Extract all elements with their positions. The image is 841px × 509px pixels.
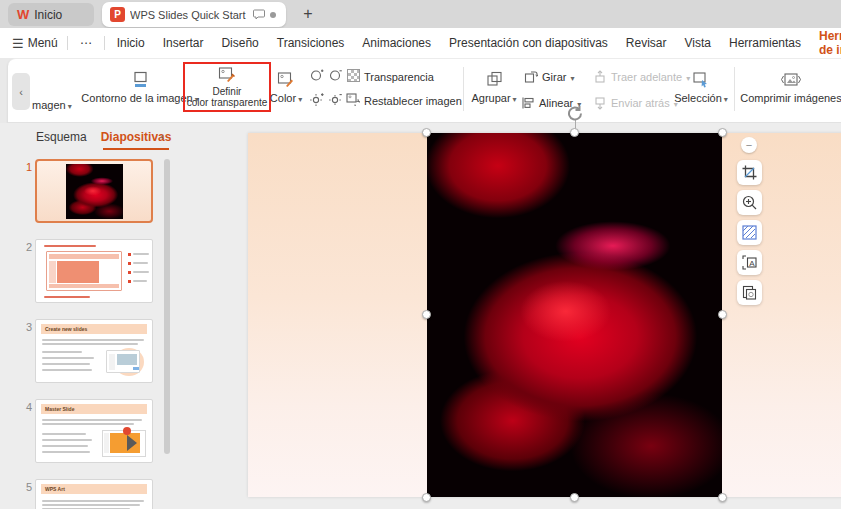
slide-number: 2 xyxy=(18,241,32,253)
menu-item-diseno[interactable]: Diseño xyxy=(212,36,267,50)
chevron-down-icon xyxy=(298,92,302,104)
seleccion-dropdown[interactable]: Selección xyxy=(670,59,732,104)
resize-handle-s[interactable] xyxy=(570,493,579,502)
slide-thumbnail-1[interactable] xyxy=(35,159,153,223)
menu-item-animaciones[interactable]: Animaciones xyxy=(353,36,440,50)
toolbar-minimize-button[interactable]: − xyxy=(741,137,757,153)
image-tools-ribbon: ‹ magen Contorno de la imagen Definir co… xyxy=(8,58,841,123)
group-objects-icon xyxy=(486,66,503,88)
slide-5-title: WPS Art xyxy=(45,486,65,492)
slide-3-title: Create new slides xyxy=(45,326,87,332)
resize-handle-n[interactable] xyxy=(570,128,579,137)
rose-image-thumb xyxy=(66,164,123,219)
menu-item-herramientas[interactable]: Herramientas xyxy=(720,36,810,50)
transparency-checker-icon[interactable] xyxy=(346,68,360,82)
slide-thumbnail-5[interactable]: WPS Art xyxy=(35,479,153,509)
slide-number: 1 xyxy=(18,161,32,173)
chevron-down-icon xyxy=(724,92,728,104)
menu-divider xyxy=(67,36,68,50)
slide-thumbnail-3[interactable]: Create new slides xyxy=(35,319,153,383)
menu-more-button[interactable]: ⋯ xyxy=(71,36,101,50)
color-dropdown[interactable]: Color xyxy=(260,59,312,104)
panel-collapse-button[interactable]: ‹ xyxy=(160,130,164,142)
chevron-down-icon xyxy=(570,71,574,83)
crop-button[interactable] xyxy=(737,160,762,185)
menu-item-inicio[interactable]: Inicio xyxy=(108,36,154,50)
picture-color-icon xyxy=(277,66,295,88)
reset-picture-icon[interactable] xyxy=(346,92,360,106)
brightness-decrease-button[interactable] xyxy=(328,92,342,106)
resize-handle-se[interactable] xyxy=(718,493,727,502)
rose-image[interactable] xyxy=(427,133,722,497)
ribbon-divider xyxy=(463,67,464,111)
copy-button[interactable] xyxy=(737,280,762,305)
panel-scrollbar[interactable] xyxy=(164,159,170,454)
wps-logo-icon: W xyxy=(17,7,28,22)
compress-images-icon xyxy=(781,66,801,88)
rotate-icon xyxy=(524,70,538,84)
zoom-in-button[interactable] xyxy=(737,190,762,215)
menu-divider xyxy=(104,36,105,50)
menu-item-vista[interactable]: Vista xyxy=(676,36,720,50)
window-tab-bar: W Inicio P WPS Slides Quick Start Guide.… xyxy=(0,0,841,28)
menu-bar: ☰ Menú ⋯ Inicio Insertar Diseño Transici… xyxy=(0,28,841,58)
chevron-down-icon xyxy=(513,92,517,104)
transparency-button[interactable] xyxy=(737,220,762,245)
girar-dropdown[interactable]: Girar xyxy=(524,70,574,84)
contrast-decrease-button[interactable] xyxy=(328,68,342,82)
unsaved-indicator-dot xyxy=(270,12,276,18)
enviar-atras-dropdown-disabled: Enviar atrás xyxy=(593,96,678,110)
slide-number: 4 xyxy=(18,401,32,413)
picture-outline-icon xyxy=(132,66,149,88)
slide-4-title: Master Slide xyxy=(45,406,74,412)
contorno-imagen-button[interactable]: Contorno de la imagen xyxy=(80,59,200,104)
presentation-file-icon: P xyxy=(110,7,125,22)
transparencia-button[interactable]: Transparencia xyxy=(364,71,434,83)
ribbon-collapse-button[interactable]: ‹ xyxy=(12,73,30,110)
slide-thumbnail-4[interactable]: Master Slide xyxy=(35,399,153,463)
resize-handle-ne[interactable] xyxy=(718,128,727,137)
transparent-color-picker-icon xyxy=(218,66,236,84)
new-tab-button[interactable]: + xyxy=(298,4,318,24)
extract-text-button[interactable]: A xyxy=(737,250,762,275)
slide-thumbnail-2[interactable] xyxy=(35,239,153,303)
resize-handle-w[interactable] xyxy=(422,310,431,319)
slide-number: 5 xyxy=(18,481,32,493)
menu-item-revisar[interactable]: Revisar xyxy=(617,36,676,50)
picture-quick-toolbar: − A xyxy=(735,137,763,305)
wps-slides-window: W Inicio P WPS Slides Quick Start Guide.… xyxy=(0,0,841,509)
imagen-dropdown[interactable]: magen xyxy=(32,99,72,111)
comprimir-imagenes-button[interactable]: Comprimir imágenes xyxy=(742,59,840,104)
restablecer-imagen-button[interactable]: Restablecer imagen xyxy=(364,95,462,107)
slide-canvas: − A xyxy=(178,123,841,509)
hamburger-icon: ☰ xyxy=(12,36,24,51)
menu-item-presentacion[interactable]: Presentación con diapositivas xyxy=(440,36,617,50)
contrast-increase-button[interactable] xyxy=(310,68,324,82)
menu-item-herramientas-de-imagen[interactable]: Herramientas de imagen xyxy=(810,29,841,57)
home-tab-label: Inicio xyxy=(34,8,62,22)
selection-icon xyxy=(692,66,710,88)
menu-item-transiciones[interactable]: Transiciones xyxy=(268,36,354,50)
comment-bubble-icon[interactable] xyxy=(253,9,265,20)
selected-picture-wrapper[interactable] xyxy=(427,133,722,497)
menu-button-label: Menú xyxy=(28,36,58,50)
agrupar-dropdown[interactable]: Agrupar xyxy=(466,59,522,104)
menu-item-insertar[interactable]: Insertar xyxy=(154,36,213,50)
document-tab[interactable]: P WPS Slides Quick Start Guide.p xyxy=(102,2,286,27)
bring-forward-icon xyxy=(593,70,607,84)
definir-color-transparente-button[interactable]: Definir color transparente xyxy=(183,62,271,112)
align-icon xyxy=(521,96,535,110)
rotate-handle[interactable] xyxy=(567,105,583,121)
brightness-increase-button[interactable] xyxy=(310,92,324,106)
resize-handle-sw[interactable] xyxy=(422,493,431,502)
ribbon-divider xyxy=(734,67,735,111)
resize-handle-e[interactable] xyxy=(718,310,727,319)
tab-esquema[interactable]: Esquema xyxy=(36,130,87,144)
home-tab[interactable]: W Inicio xyxy=(8,3,94,26)
menu-button[interactable]: ☰ Menú xyxy=(0,36,64,51)
resize-handle-nw[interactable] xyxy=(422,128,431,137)
definir-label-line1: Definir xyxy=(187,86,268,97)
panel-tabs: Esquema Diapositivas ‹ xyxy=(0,123,178,150)
document-tab-title: WPS Slides Quick Start Guide.p xyxy=(130,9,248,21)
send-backward-icon xyxy=(593,96,607,110)
